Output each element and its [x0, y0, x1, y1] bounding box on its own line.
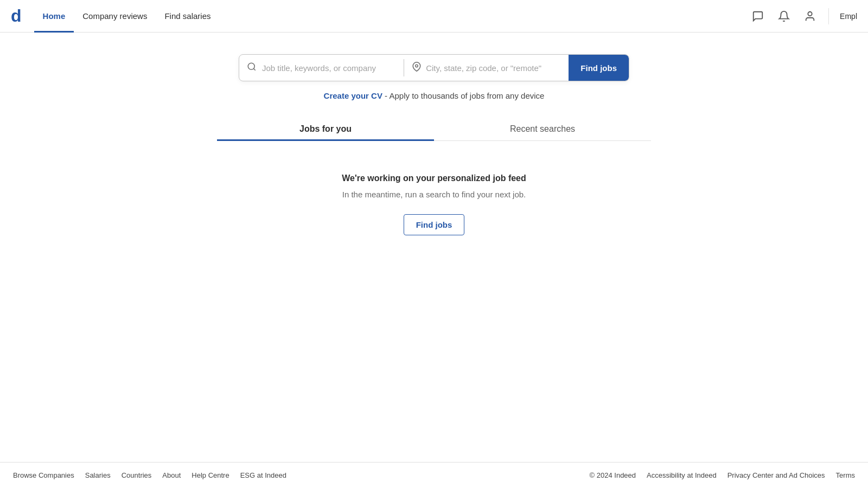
nav-item-home[interactable]: Home — [34, 0, 74, 33]
find-jobs-outline-button[interactable]: Find jobs — [404, 214, 465, 235]
footer-link-terms[interactable]: Terms — [836, 471, 855, 479]
location-icon — [412, 62, 422, 74]
job-feed-section: We're working on your personalized job f… — [342, 174, 526, 235]
footer-link-privacy[interactable]: Privacy Center and Ad Choices — [727, 471, 825, 479]
footer: Browse Companies Salaries Countries Abou… — [0, 462, 868, 488]
header: d Home Company reviews Find salaries Emp… — [0, 0, 868, 33]
messages-icon[interactable] — [750, 9, 765, 24]
main-content: Find jobs Create your CV - Apply to thou… — [0, 33, 868, 462]
search-bar: Find jobs — [239, 54, 629, 81]
job-search-input[interactable] — [262, 63, 396, 73]
footer-link-help-centre[interactable]: Help Centre — [192, 471, 229, 479]
tab-jobs-for-you[interactable]: Jobs for you — [217, 118, 434, 140]
footer-link-about[interactable]: About — [162, 471, 181, 479]
svg-point-1 — [248, 63, 254, 69]
create-cv-section: Create your CV - Apply to thousands of j… — [324, 91, 545, 100]
create-cv-description: - Apply to thousands of jobs from any de… — [382, 91, 545, 100]
footer-copyright: © 2024 Indeed — [590, 471, 636, 479]
tab-recent-searches[interactable]: Recent searches — [434, 118, 651, 140]
find-jobs-button[interactable]: Find jobs — [569, 55, 629, 81]
header-right: Empl — [750, 8, 857, 24]
logo[interactable]: d — [11, 6, 21, 26]
footer-link-esg[interactable]: ESG at Indeed — [240, 471, 286, 479]
notifications-icon[interactable] — [776, 9, 792, 24]
account-icon[interactable] — [802, 9, 818, 24]
footer-link-salaries[interactable]: Salaries — [85, 471, 111, 479]
nav-item-company-reviews[interactable]: Company reviews — [74, 0, 156, 33]
search-icon — [247, 62, 257, 74]
main-nav: Home Company reviews Find salaries — [34, 0, 220, 33]
svg-point-0 — [808, 11, 812, 15]
svg-point-3 — [416, 65, 418, 67]
location-search-input[interactable] — [426, 63, 561, 73]
job-feed-title: We're working on your personalized job f… — [342, 174, 526, 183]
footer-left: Browse Companies Salaries Countries Abou… — [13, 471, 286, 479]
footer-link-countries[interactable]: Countries — [122, 471, 152, 479]
footer-link-accessibility[interactable]: Accessibility at Indeed — [647, 471, 717, 479]
create-cv-link[interactable]: Create your CV — [324, 91, 382, 100]
job-feed-subtitle: In the meantime, run a search to find yo… — [342, 190, 526, 199]
nav-item-find-salaries[interactable]: Find salaries — [156, 0, 219, 33]
location-search-field — [404, 55, 569, 81]
tabs-container: Jobs for you Recent searches — [217, 118, 651, 141]
job-search-field — [239, 55, 404, 81]
header-divider — [828, 8, 829, 24]
footer-link-browse-companies[interactable]: Browse Companies — [13, 471, 74, 479]
svg-line-2 — [253, 68, 255, 70]
employer-link[interactable]: Empl — [840, 12, 857, 21]
footer-right: © 2024 Indeed Accessibility at Indeed Pr… — [590, 471, 855, 479]
